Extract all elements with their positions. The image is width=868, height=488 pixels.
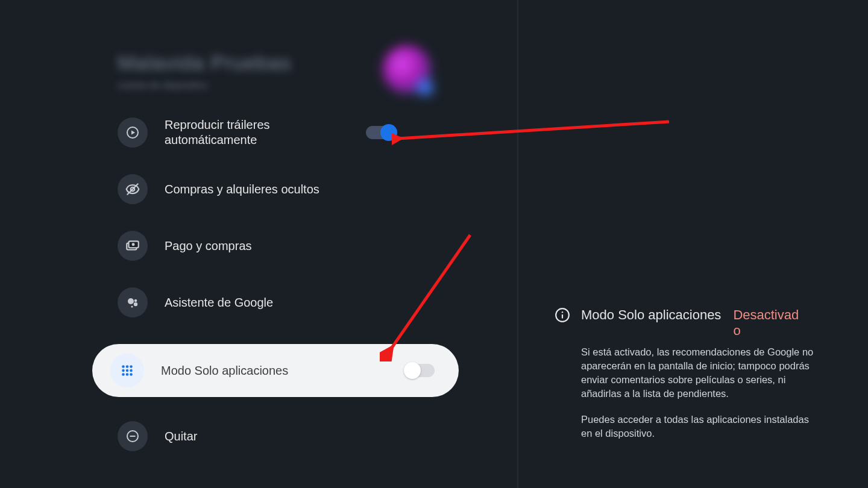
svg-point-15	[130, 369, 133, 372]
avatar	[383, 45, 431, 93]
svg-point-9	[131, 305, 133, 307]
assistant-icon	[118, 287, 148, 318]
setting-label: Asistente de Google	[165, 295, 273, 310]
account-name-blurred: Malavida Pruebas	[118, 51, 291, 75]
account-sub-blurred: cuenta de dispositivo	[118, 80, 207, 91]
svg-point-8	[134, 302, 137, 306]
setting-apps-only-mode[interactable]: Modo Solo aplicaciones	[92, 344, 459, 397]
detail-description: Si está activado, las recomendaciones de…	[581, 345, 814, 441]
detail-status: Desactivado	[733, 307, 799, 339]
svg-point-17	[126, 373, 129, 376]
eye-off-icon	[118, 174, 148, 204]
apps-grid-icon	[110, 354, 144, 387]
panel-divider	[517, 0, 518, 488]
setting-label: Compras y alquileres ocultos	[165, 182, 319, 197]
svg-point-7	[134, 299, 137, 302]
setting-hidden-purchases[interactable]: Compras y alquileres ocultos	[118, 174, 431, 204]
setting-autoplay-trailers[interactable]: Reproducir tráileres automáticamente	[118, 117, 431, 148]
setting-label: Modo Solo aplicaciones	[161, 363, 288, 378]
detail-title: Modo Solo aplicaciones	[581, 307, 721, 323]
svg-line-24	[398, 122, 669, 139]
svg-point-12	[130, 365, 133, 368]
svg-point-16	[122, 373, 125, 376]
setting-label: Reproducir tráileres automáticamente	[165, 117, 297, 148]
svg-point-5	[132, 243, 135, 246]
setting-label: Pago y compras	[165, 239, 252, 254]
svg-point-6	[128, 298, 134, 304]
svg-point-13	[122, 369, 125, 372]
setting-remove[interactable]: Quitar	[118, 421, 431, 451]
setting-assistant[interactable]: Asistente de Google	[118, 287, 431, 318]
annotation-arrow-1	[392, 114, 675, 151]
svg-point-14	[126, 369, 129, 372]
apps-only-toggle[interactable]	[406, 364, 435, 377]
svg-point-10	[122, 365, 125, 368]
payment-icon	[118, 231, 148, 261]
remove-icon	[118, 421, 148, 451]
svg-point-18	[130, 373, 133, 376]
setting-label: Quitar	[165, 429, 197, 444]
detail-para-2: Puedes acceder a todas las aplicaciones …	[581, 413, 814, 440]
info-icon	[555, 307, 570, 323]
autoplay-toggle[interactable]	[366, 126, 395, 139]
svg-point-11	[126, 365, 129, 368]
detail-panel: Modo Solo aplicaciones Desactivado Si es…	[555, 307, 814, 452]
svg-point-23	[562, 311, 563, 313]
play-icon	[118, 117, 148, 148]
setting-payment[interactable]: Pago y compras	[118, 231, 431, 261]
settings-list: Malavida Pruebas cuenta de dispositivo R…	[118, 51, 431, 451]
account-header: Malavida Pruebas cuenta de dispositivo	[118, 51, 431, 105]
detail-para-1: Si está activado, las recomendaciones de…	[581, 345, 814, 401]
